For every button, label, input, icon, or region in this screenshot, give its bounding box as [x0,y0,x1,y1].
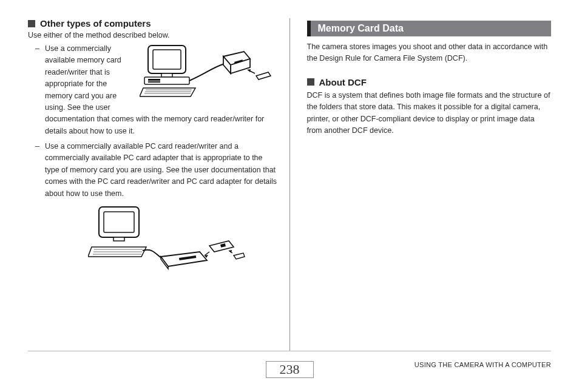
page-number-box: 238 [266,361,314,378]
left-column: Other types of computers Use either of t… [28,18,290,351]
left-heading-text: Other types of computers [40,18,151,29]
manual-page: Other types of computers Use either of t… [0,0,579,392]
two-column-layout: Other types of computers Use either of t… [28,18,551,351]
svg-rect-11 [104,212,134,232]
bullet-1-pretext: Use a commercially available memory card… [45,43,136,113]
square-bullet-icon [307,78,314,86]
illustration-pc-card-adapter [57,204,277,271]
square-bullet-icon [28,20,35,27]
bullet-2-text: Use a commercially available PC card rea… [45,142,277,198]
svg-rect-4 [148,79,160,81]
right-subheading-text: About DCF [319,77,367,87]
left-heading: Other types of computers [28,18,277,29]
svg-rect-1 [153,50,181,69]
section-title-text: Memory Card Data [318,23,404,33]
bullet-list: Use a commercially available memory card… [45,43,277,271]
footer-running-title: USING THE CAMERA WITH A COMPUTER [415,361,551,368]
svg-rect-2 [161,73,172,77]
right-para1: The camera stores images you shoot and o… [307,41,552,65]
bullet-2: Use a commercially available PC card rea… [45,141,277,271]
right-subheading: About DCF [307,77,552,87]
computer-reader-icon [140,43,273,99]
bullet-1-posttext: documentation that comes with the memory… [45,113,277,137]
right-column: Memory Card Data The camera stores image… [290,18,552,351]
page-number: 238 [280,362,300,377]
section-title-bar: Memory Card Data [307,21,552,36]
computer-adapter-icon [88,204,246,271]
right-para2: DCF is a system that defines both image … [307,90,552,137]
page-footer: 238 USING THE CAMERA WITH A COMPUTER [28,357,551,382]
footer-rule [28,351,551,351]
svg-rect-5 [148,81,160,83]
svg-rect-12 [113,237,124,241]
bullet-1: Use a commercially available memory card… [45,43,277,137]
left-intro: Use either of the method described below… [28,31,277,39]
illustration-card-reader [136,43,277,99]
